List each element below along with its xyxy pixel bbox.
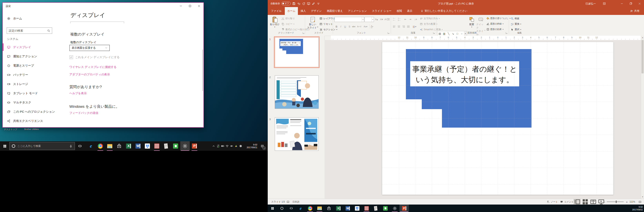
underline-icon[interactable]: U xyxy=(343,24,347,29)
slide-editing-surface[interactable] xyxy=(382,42,614,195)
minimize-button[interactable] xyxy=(176,3,186,9)
sync-icon[interactable] xyxy=(216,141,220,151)
arrange-button[interactable]: 配置▾ xyxy=(468,16,476,28)
bullets-icon[interactable]: •—•— xyxy=(392,17,396,21)
evernote-taskbar-button[interactable] xyxy=(380,204,390,212)
text-direction-button[interactable]: 文字列の方向▾ xyxy=(420,17,440,20)
normal-view-button[interactable] xyxy=(574,199,581,204)
desktop-icon-label[interactable]: デスクトップ xyxy=(1,128,20,131)
store-taskbar-button[interactable] xyxy=(324,204,334,212)
notepad-taskbar-button[interactable] xyxy=(162,141,171,151)
notes-button[interactable]: ノート xyxy=(547,199,558,204)
align-center-icon[interactable] xyxy=(397,24,401,29)
start-button[interactable] xyxy=(0,141,10,151)
dropbox-taskbar-button[interactable] xyxy=(352,204,362,212)
google-drive-icon[interactable] xyxy=(234,141,238,151)
dropbox-taskbar-button[interactable] xyxy=(143,141,152,151)
sidebar-item-notifications[interactable]: 通知とアクション xyxy=(3,52,62,61)
sidebar-item-display[interactable]: ディスプレイ xyxy=(3,43,62,51)
close-button[interactable] xyxy=(194,3,204,9)
sidebar-item-multitask[interactable]: マルチタスク xyxy=(3,98,62,107)
user-name[interactable]: 巳波弘一 xyxy=(586,2,596,6)
restore-button[interactable] xyxy=(626,0,635,7)
edge-taskbar-button[interactable]: e xyxy=(86,141,96,151)
line-spacing-icon[interactable]: ↕≡ xyxy=(414,17,418,21)
reading-view-button[interactable] xyxy=(590,199,597,204)
main-display-checkbox-row[interactable]: ✓ これをメイン ディスプレイにする xyxy=(70,55,120,59)
evernote-taskbar-button[interactable] xyxy=(171,141,180,151)
sidebar-item-power[interactable]: 電源とスリープ xyxy=(3,61,62,70)
smartart-button[interactable]: SmartArt に変換▾ xyxy=(420,28,442,31)
chrome-taskbar-button[interactable] xyxy=(96,141,105,151)
sidebar-item-battery[interactable]: バッテリー xyxy=(3,71,62,79)
bold-icon[interactable]: B xyxy=(334,24,339,29)
dialog-launcher-icon[interactable] xyxy=(387,32,390,34)
taskbar-clock[interactable]: 9:02 2017/09/11 xyxy=(244,141,257,151)
paste-button[interactable]: 貼り付け▾ xyxy=(270,16,280,28)
cortana-button[interactable] xyxy=(277,204,286,212)
increase-indent-icon[interactable]: ⇥ xyxy=(408,17,412,21)
tell-me-box[interactable]: 実行したい作業を入力してください xyxy=(418,7,470,15)
shadow-icon[interactable]: S xyxy=(347,24,352,29)
increase-font-icon[interactable]: A▴ xyxy=(374,17,379,21)
sidebar-item-storage[interactable]: ストレージ xyxy=(3,80,62,88)
hidden-icons-chevron[interactable] xyxy=(211,141,216,151)
decrease-indent-icon[interactable]: ⇤ xyxy=(403,17,408,21)
clear-formatting-icon[interactable]: A⌫ xyxy=(385,17,389,21)
volume-muted-icon[interactable] xyxy=(229,141,234,151)
taskbar-clock[interactable]: 9:02 2017/09/11 xyxy=(628,204,643,212)
edge-taskbar-button[interactable]: e xyxy=(296,204,305,212)
store-taskbar-button[interactable] xyxy=(114,141,124,151)
scroll-down-icon[interactable]: ▼ xyxy=(641,196,644,198)
strikethrough-icon[interactable]: abc xyxy=(352,24,356,29)
italic-icon[interactable]: I xyxy=(339,24,343,29)
ribbon-display-options-icon[interactable] xyxy=(600,0,609,7)
excel-taskbar-button[interactable]: X xyxy=(124,141,133,151)
scrollbar[interactable] xyxy=(202,50,203,91)
explorer-taskbar-button[interactable] xyxy=(105,141,114,151)
shape-outline-button[interactable]: 図形の枠線▾ xyxy=(486,22,504,25)
notepad-taskbar-button[interactable] xyxy=(371,204,380,212)
zoom-in-button[interactable]: + xyxy=(626,199,628,204)
align-right-icon[interactable] xyxy=(401,24,406,29)
align-text-button[interactable]: 文字の配置▾ xyxy=(420,22,437,26)
tab-ホーム[interactable]: ホーム xyxy=(285,7,298,15)
settings-taskbar-button[interactable] xyxy=(390,204,400,212)
maximize-button[interactable] xyxy=(186,3,194,9)
wireless-display-link[interactable]: ワイヤレス ディスプレイに接続する xyxy=(70,65,116,69)
task-view-button[interactable] xyxy=(75,141,85,151)
new-slide-button[interactable]: 新しい スライド▾ xyxy=(306,16,319,30)
send-feedback-link[interactable]: フィードバックの送信 xyxy=(70,111,98,115)
scroll-up-icon[interactable]: ▲ xyxy=(641,37,644,39)
select-button[interactable]: 選択▾ xyxy=(511,28,521,31)
offline-icon[interactable] xyxy=(238,141,243,151)
reset-button[interactable]: リセット xyxy=(320,22,333,26)
change-case-icon[interactable]: Aa▾ xyxy=(363,24,368,29)
fit-to-window-button[interactable] xyxy=(638,199,642,204)
settings-titlebar[interactable]: 設定 xyxy=(3,3,204,10)
shape-fill-button[interactable]: 図形の塗りつぶし▾ xyxy=(486,17,510,20)
cut-button[interactable]: 切り取り xyxy=(282,17,295,20)
tab-画面切り替え[interactable]: 画面切り替え xyxy=(324,7,346,15)
taskbar-search-box[interactable]: ここに入力して検索 xyxy=(10,142,75,150)
share-button[interactable]: 共有 xyxy=(628,7,642,15)
word-taskbar-button[interactable]: W xyxy=(343,204,352,212)
format-painter-button[interactable]: 書式のコピー/貼り付け xyxy=(282,28,310,31)
redgrid-taskbar-button[interactable] xyxy=(152,141,162,151)
font-color-icon[interactable]: A▾ xyxy=(370,24,374,29)
settings-taskbar-button[interactable] xyxy=(180,141,190,151)
numbering-icon[interactable]: 1—2— xyxy=(397,17,401,21)
word-taskbar-button[interactable]: W xyxy=(133,141,143,151)
tab-ファイル[interactable]: ファイル xyxy=(268,7,285,15)
tab-アニメーション[interactable]: アニメーション xyxy=(345,7,369,15)
sidebar-item-home[interactable]: ホーム xyxy=(3,14,62,23)
explorer-taskbar-button[interactable] xyxy=(315,204,324,212)
zoom-level[interactable]: 111% xyxy=(630,199,635,204)
show-help-link[interactable]: ヘルプを表示 xyxy=(70,91,86,95)
tab-表示[interactable]: 表示 xyxy=(404,7,415,15)
horizontal-ruler[interactable]: 1211109876543210123456789101112 xyxy=(331,36,641,40)
comments-button[interactable]: コメント xyxy=(560,199,574,204)
sidebar-item-shared[interactable]: 共有エクスペリエンス xyxy=(3,117,62,125)
slide-thumbnail-3[interactable] xyxy=(275,117,319,151)
chrome-taskbar-button[interactable] xyxy=(305,204,315,212)
